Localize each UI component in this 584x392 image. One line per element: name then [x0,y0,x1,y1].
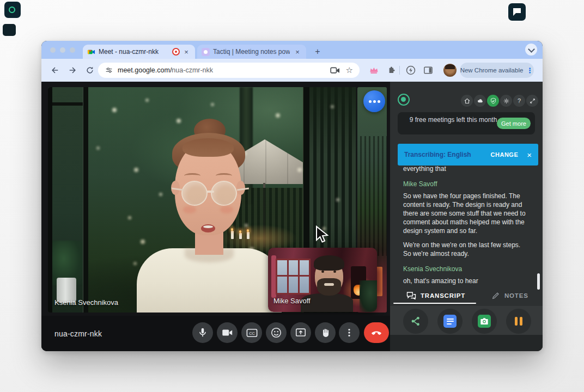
settings-gear-icon[interactable] [500,95,512,107]
share-icon [410,315,422,327]
tab-tactiq[interactable]: Tactiq | Meeting notes powe × [197,45,306,59]
eyebrow [184,173,200,179]
browser-window: Meet - nua-czmr-nkk × Tactiq | Meeting n… [41,41,543,351]
browser-menu-icon[interactable]: ⋮ [526,66,533,75]
glasses-lens [181,181,208,206]
open-document-button[interactable] [437,309,463,334]
tactiq-favicon [202,48,210,56]
candle [239,233,242,239]
glasses-bridge [206,191,214,193]
address-bar[interactable]: meet.google.com/nua-czmr-nkk ☆ [98,63,360,78]
bolt-circle-extension-icon[interactable] [405,65,416,76]
plant [360,280,377,312]
microphone-button[interactable] [192,322,213,343]
home-icon[interactable] [461,95,473,107]
change-language-button[interactable]: CHANGE [491,151,519,158]
hair [314,255,344,271]
profile-avatar[interactable] [443,64,457,77]
tab-label: TRANSCRIPT [421,292,465,299]
shirt [137,248,282,313]
url-text: meet.google.com/nua-czmr-nkk [118,66,330,74]
present-screen-icon [295,327,307,339]
transcript-text: everything that [403,164,530,173]
transcript-speaker: Ksenia Svechnikova [403,265,530,273]
camera-button[interactable] [217,322,238,343]
sidebar-header-icons: ? [461,95,538,107]
shield-check-icon[interactable] [487,95,499,107]
pause-recording-button[interactable] [506,309,531,334]
camera-permission-icon[interactable] [330,66,340,75]
floating-chat-chip[interactable] [508,3,526,21]
pink-extension-icon[interactable] [368,65,379,76]
floating-logo-chip[interactable] [4,2,21,18]
tab-close-icon[interactable]: × [182,48,191,56]
chrome-update-chip[interactable]: New Chrome available ⋮ [460,63,534,78]
cheek [220,206,233,213]
diagonal-arrows-icon[interactable] [526,95,538,107]
scrollbar-thumb[interactable] [537,273,540,290]
banner-close-icon[interactable]: × [527,150,532,160]
transcript-list[interactable]: everything that Mike Savoff So we have t… [403,164,530,285]
new-tab-button[interactable]: + [312,46,324,58]
mouth [201,224,215,232]
microphone-icon [197,327,209,339]
pause-icon [515,317,522,326]
end-call-icon [370,326,383,339]
beard [317,278,341,296]
extensions-puzzle-icon[interactable] [386,65,397,76]
glasses-lens [211,181,237,206]
back-button[interactable] [50,65,60,75]
tab-close-icon[interactable]: × [293,48,302,56]
raise-hand-button[interactable] [315,322,336,343]
site-settings-icon[interactable] [105,66,113,75]
window-minimize-button[interactable] [60,47,65,53]
meet-control-bar: nua-czmr-nkk CC [41,316,390,351]
chat-messages-button[interactable] [363,90,385,112]
tab-transcript[interactable]: TRANSCRIPT [406,291,465,300]
captions-button[interactable]: CC [241,322,262,343]
glass-frame [83,87,88,313]
end-call-button[interactable] [364,322,389,343]
recording-indicator-icon [172,48,180,56]
mouse-cursor [315,225,331,244]
tab-strip: Meet - nua-czmr-nkk × Tactiq | Meeting n… [41,41,543,59]
transcript-speaker: Mike Savoff [403,180,530,188]
more-options-button[interactable] [339,322,360,343]
forward-button[interactable] [68,65,77,75]
transcript-text: So we have the four pages finished. The … [403,192,530,235]
side-panel-icon[interactable] [423,65,434,76]
cheek [183,206,196,213]
captions-icon: CC [246,327,258,339]
participant-name-label: Mike Savoff [273,297,311,305]
url-host: meet.google.com/ [118,66,172,74]
neck [195,232,223,255]
get-more-button[interactable]: Get more [497,118,531,129]
quota-card: 9 free meetings left this month Get more [398,112,535,134]
tab-label: NOTES [504,292,528,299]
toolbar-divider [399,66,400,75]
tactiq-logo-icon [398,94,410,106]
active-tab-underline [393,303,476,304]
cloud-upload-icon[interactable] [474,95,486,107]
window-zoom-button[interactable] [70,47,75,53]
window-close-button[interactable] [50,47,56,53]
tactiq-ring-icon [9,7,15,13]
video-camera-icon [221,327,233,339]
tab-meet[interactable]: Meet - nua-czmr-nkk × [83,45,195,59]
tab-title: Tactiq | Meeting notes powe [213,48,290,56]
tab-notes[interactable]: NOTES [491,291,528,300]
reactions-button[interactable] [266,322,287,343]
string-lights [48,87,50,89]
present-screen-button[interactable] [290,322,311,343]
screenshot-button[interactable] [472,309,497,334]
share-button[interactable] [403,309,428,334]
reload-button[interactable] [85,65,95,75]
tab-search-chevron-button[interactable] [525,44,537,56]
eye [321,271,324,273]
url-path: nua-czmr-nkk [172,66,213,74]
svg-text:CC: CC [249,331,254,335]
tactiq-sidebar: ? 9 free meetings left this month Get mo… [390,82,543,351]
bookmark-star-icon[interactable]: ☆ [346,65,353,75]
video-tile-pip[interactable]: Mike Savoff [268,248,377,312]
help-icon[interactable]: ? [513,95,525,107]
